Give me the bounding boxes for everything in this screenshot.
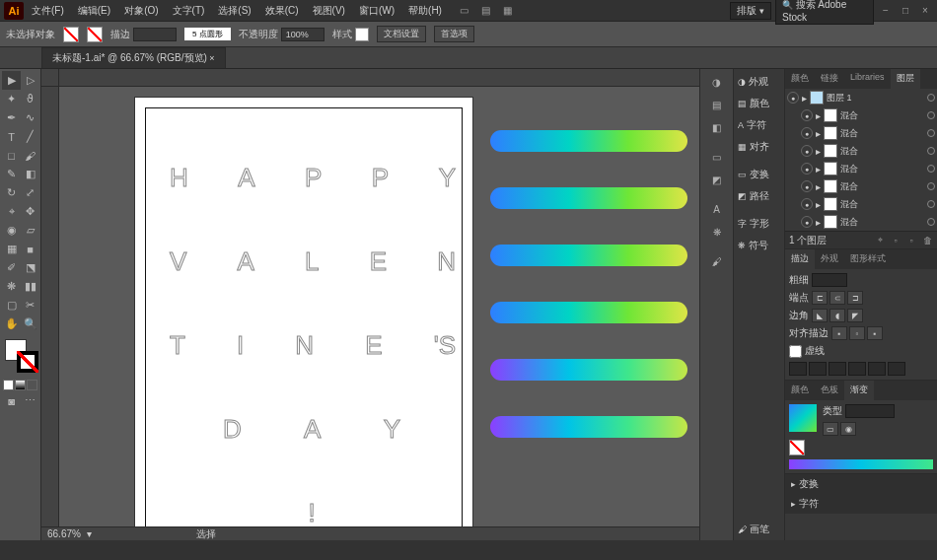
new-layer-icon[interactable]: ▫ xyxy=(905,235,917,246)
target-icon[interactable] xyxy=(927,129,935,137)
panel-tab-stroke[interactable]: 描边 xyxy=(785,249,815,269)
dock-icon[interactable]: ❋ xyxy=(700,221,733,243)
gradient-preview[interactable] xyxy=(789,404,817,432)
type-tool[interactable]: T xyxy=(2,127,21,146)
menu-select[interactable]: 选择(S) xyxy=(212,2,256,20)
dock-icon[interactable]: ▭ xyxy=(700,146,733,168)
magic-wand-tool[interactable]: ✦ xyxy=(2,90,21,108)
target-icon[interactable] xyxy=(927,147,935,155)
eraser-tool[interactable]: ◧ xyxy=(21,165,39,183)
character-panel-collapsed[interactable]: ▸ 字符 xyxy=(785,494,937,514)
menu-text[interactable]: 文字(T) xyxy=(167,2,211,20)
canvas-area[interactable]: H A P P Y V A L E N T I N E xyxy=(41,69,699,540)
dock-pathfinder[interactable]: ◩ 路径 xyxy=(734,185,784,207)
eyedropper-tool[interactable]: ✐ xyxy=(2,258,21,277)
artboard-tool[interactable]: ▢ xyxy=(2,296,21,315)
panel-tab-swatches[interactable]: 色板 xyxy=(815,381,844,400)
align-inside[interactable]: ▫ xyxy=(849,326,865,340)
visibility-toggle[interactable]: ● xyxy=(801,180,813,192)
zoom-tool[interactable]: 🔍 xyxy=(21,315,39,333)
visibility-toggle[interactable]: ● xyxy=(787,92,799,104)
slice-tool[interactable]: ✂ xyxy=(21,296,39,315)
visibility-toggle[interactable]: ● xyxy=(801,163,813,175)
gradient-tool[interactable]: ■ xyxy=(21,240,39,258)
align-center[interactable]: ▪ xyxy=(831,326,847,340)
layer-row[interactable]: ●▸图层 1 xyxy=(785,89,937,106)
window-minimize[interactable]: − xyxy=(878,4,894,18)
locate-icon[interactable]: ⌖ xyxy=(874,235,886,246)
stroke-swatch[interactable] xyxy=(87,27,103,42)
brush-definition[interactable]: 5 点圆形 xyxy=(184,28,231,40)
corner-bevel[interactable]: ◤ xyxy=(847,309,863,322)
doc-setup-button[interactable]: 文档设置 xyxy=(377,26,426,42)
window-maximize[interactable]: □ xyxy=(898,4,913,18)
layer-row[interactable]: ●▸混合 xyxy=(785,195,937,213)
pen-tool[interactable]: ✒ xyxy=(2,108,21,127)
grad-radial[interactable]: ◉ xyxy=(840,422,856,436)
style-swatch[interactable] xyxy=(355,28,369,41)
target-icon[interactable] xyxy=(927,218,935,226)
panel-tab-libraries[interactable]: Libraries xyxy=(844,69,891,89)
layout-icon[interactable]: ▦ xyxy=(501,4,515,18)
dock-align[interactable]: ▦ 对齐 xyxy=(734,136,784,158)
new-sublayer-icon[interactable]: ▫ xyxy=(890,235,901,246)
dash-field[interactable] xyxy=(868,362,886,376)
align-outside[interactable]: ▪ xyxy=(867,326,883,340)
menu-object[interactable]: 对象(O) xyxy=(118,2,164,20)
menu-help[interactable]: 帮助(H) xyxy=(402,2,448,20)
dock-transform[interactable]: ▭ 变换 xyxy=(734,164,784,185)
shaper-tool[interactable]: ✎ xyxy=(2,165,21,183)
window-close[interactable]: × xyxy=(917,4,933,18)
dock-character[interactable]: A 字符 xyxy=(734,114,784,136)
dock-icon[interactable]: ◑ xyxy=(700,71,733,93)
cap-butt[interactable]: ⊏ xyxy=(812,291,828,305)
cap-square[interactable]: ⊐ xyxy=(847,291,863,305)
dock-glyphs[interactable]: 字 字形 xyxy=(734,213,784,235)
ruler-horizontal[interactable] xyxy=(59,69,699,87)
lasso-tool[interactable]: ϑ xyxy=(21,90,39,108)
menu-file[interactable]: 文件(F) xyxy=(26,2,70,20)
target-icon[interactable] xyxy=(927,165,935,173)
free-transform-tool[interactable]: ✥ xyxy=(21,202,39,221)
brushes-dock-icon[interactable]: 🖌 xyxy=(700,250,733,272)
visibility-toggle[interactable]: ● xyxy=(801,198,813,210)
gradient-type-select[interactable] xyxy=(845,404,895,418)
visibility-toggle[interactable]: ● xyxy=(801,109,813,121)
dock-brushes[interactable]: 🖌 画笔 xyxy=(734,519,784,540)
column-graph-tool[interactable]: ▮▮ xyxy=(21,277,39,296)
line-tool[interactable]: ╱ xyxy=(21,127,39,146)
gradient-stroke-none[interactable] xyxy=(789,440,805,455)
visibility-toggle[interactable]: ● xyxy=(801,145,813,157)
width-tool[interactable]: ⌖ xyxy=(2,202,21,221)
layer-row[interactable]: ●▸混合 xyxy=(785,106,937,124)
target-icon[interactable] xyxy=(927,182,935,190)
corner-round[interactable]: ◖ xyxy=(829,309,845,322)
corner-miter[interactable]: ◣ xyxy=(812,309,828,322)
rotate-tool[interactable]: ↻ xyxy=(2,183,21,202)
panel-tab-color[interactable]: 颜色 xyxy=(785,381,815,400)
menu-window[interactable]: 窗口(W) xyxy=(353,2,400,20)
dash-field[interactable] xyxy=(829,362,846,376)
panel-tab-appearance[interactable]: 外观 xyxy=(815,249,844,269)
paintbrush-tool[interactable]: 🖌 xyxy=(21,146,39,165)
search-input[interactable]: 🔍 搜索 Adobe Stock xyxy=(775,0,874,25)
fill-swatch[interactable] xyxy=(63,27,79,42)
transform-panel-collapsed[interactable]: ▸ 变换 xyxy=(785,474,937,494)
visibility-toggle[interactable]: ● xyxy=(801,127,813,139)
fill-stroke-indicator[interactable] xyxy=(3,337,40,375)
color-mode-none[interactable] xyxy=(27,380,37,390)
ruler-vertical[interactable] xyxy=(41,87,59,526)
dash-checkbox[interactable] xyxy=(789,345,802,358)
perspective-tool[interactable]: ▱ xyxy=(21,221,39,240)
target-icon[interactable] xyxy=(927,200,935,208)
gap-field[interactable] xyxy=(888,362,905,376)
edit-toolbar[interactable]: ⋯ xyxy=(21,391,39,410)
blend-tool[interactable]: ⬔ xyxy=(21,258,39,277)
dock-color[interactable]: ▤ 颜色 xyxy=(734,93,784,114)
arrange-icon[interactable]: ▭ xyxy=(458,4,471,18)
shape-builder-tool[interactable]: ◉ xyxy=(2,221,21,240)
visibility-toggle[interactable]: ● xyxy=(801,216,813,228)
document-tab[interactable]: 未标题-1.ai* @ 66.67% (RGB/预览) × xyxy=(41,47,226,68)
scale-tool[interactable]: ⤢ xyxy=(21,183,39,202)
cap-round[interactable]: ⊂ xyxy=(829,291,845,305)
